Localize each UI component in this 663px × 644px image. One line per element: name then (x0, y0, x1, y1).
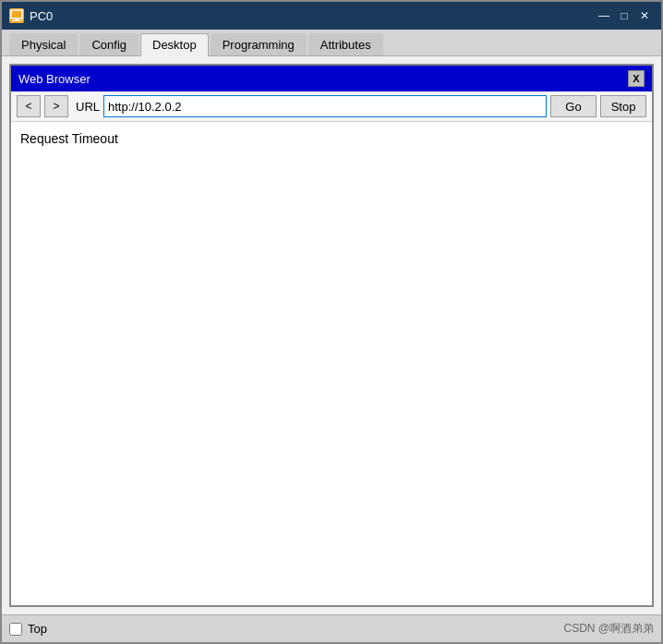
url-label: URL (76, 100, 100, 114)
request-timeout-text: Request Timeout (20, 131, 118, 146)
tab-bar: Physical Config Desktop Programming Attr… (2, 30, 661, 56)
tab-desktop[interactable]: Desktop (140, 33, 209, 56)
browser-title: Web Browser (18, 72, 90, 86)
svg-rect-0 (11, 10, 22, 18)
tab-physical[interactable]: Physical (9, 33, 78, 55)
status-left: Top (9, 622, 47, 636)
minimize-button[interactable]: — (595, 7, 613, 24)
main-window: PC0 — □ ✕ Physical Config Desktop Progra… (0, 0, 663, 644)
content-area: Web Browser X < > URL Go Stop Request Ti… (2, 56, 661, 614)
app-icon (9, 8, 24, 23)
close-button[interactable]: ✕ (635, 7, 654, 24)
tab-programming[interactable]: Programming (211, 33, 307, 55)
browser-window: Web Browser X < > URL Go Stop Request Ti… (9, 64, 654, 607)
go-button[interactable]: Go (550, 95, 597, 117)
status-bar: Top CSDN @啊酒弟弟 (2, 614, 661, 642)
svg-rect-2 (12, 20, 21, 21)
title-controls: — □ ✕ (595, 7, 654, 24)
tab-config[interactable]: Config (79, 33, 139, 55)
url-input[interactable] (103, 95, 547, 117)
title-bar-left: PC0 (9, 8, 53, 23)
top-checkbox[interactable] (9, 623, 22, 636)
title-bar: PC0 — □ ✕ (2, 2, 661, 30)
top-label: Top (28, 622, 47, 636)
stop-button[interactable]: Stop (600, 95, 646, 117)
svg-rect-1 (15, 18, 18, 20)
browser-content: Request Timeout (11, 122, 652, 605)
window-title: PC0 (30, 9, 53, 23)
browser-titlebar: Web Browser X (11, 66, 652, 91)
maximize-button[interactable]: □ (615, 7, 633, 24)
watermark-text: CSDN @啊酒弟弟 (563, 621, 654, 637)
browser-toolbar: < > URL Go Stop (11, 91, 652, 122)
browser-close-button[interactable]: X (628, 70, 645, 87)
back-button[interactable]: < (17, 95, 41, 117)
tab-attributes[interactable]: Attributes (308, 33, 383, 55)
forward-button[interactable]: > (44, 95, 68, 117)
